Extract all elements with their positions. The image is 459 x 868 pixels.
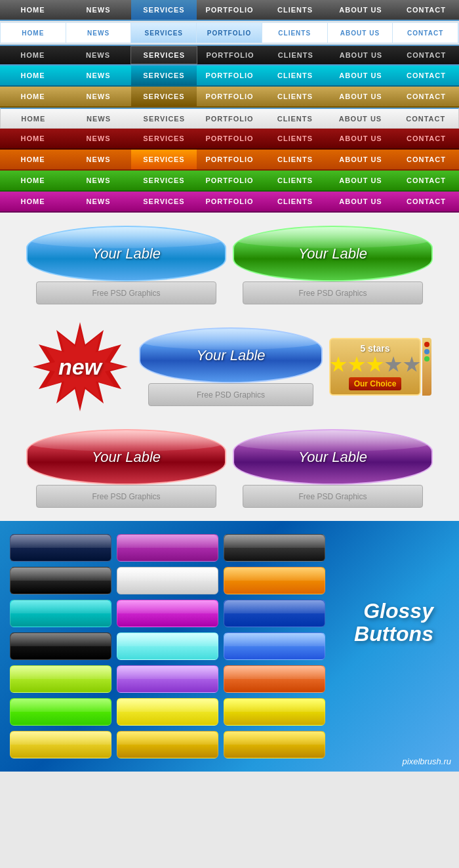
nav1-news[interactable]: NEWS xyxy=(66,0,131,20)
nav8-services[interactable]: SERVICES xyxy=(131,150,197,169)
nav5-contact[interactable]: CONTACT xyxy=(393,87,459,106)
nav2-about[interactable]: ABOUT US xyxy=(328,23,393,43)
nav10-contact[interactable]: CONTACT xyxy=(393,192,459,211)
nav2-portfolio[interactable]: PORTFOLIO xyxy=(197,23,262,43)
glossy-btn-dark2[interactable] xyxy=(10,632,111,660)
nav3-home[interactable]: HOME xyxy=(0,46,66,64)
nav8-portfolio[interactable]: PORTFOLIO xyxy=(197,150,262,169)
nav2-clients[interactable]: CLIENTS xyxy=(262,23,328,43)
glossy-btn-bright-green[interactable] xyxy=(10,698,111,726)
nav1-services[interactable]: SERVICES xyxy=(131,0,197,20)
nav8-clients[interactable]: CLIENTS xyxy=(262,150,328,169)
nav2-contact[interactable]: CONTACT xyxy=(393,23,458,43)
badge-red[interactable]: Your Lable Free PSD Graphics xyxy=(26,429,226,508)
nav5-news[interactable]: NEWS xyxy=(66,87,131,106)
nav6-about[interactable]: ABOUT US xyxy=(328,109,393,128)
nav5-services[interactable]: SERVICES xyxy=(131,87,197,106)
glossy-btn-lt-cyan[interactable] xyxy=(117,632,218,660)
glossy-btn-yellow3[interactable] xyxy=(10,731,111,758)
badge-blue-top: Your Lable xyxy=(26,226,226,281)
nav10-clients[interactable]: CLIENTS xyxy=(262,192,328,211)
nav9-home[interactable]: HOME xyxy=(0,171,66,190)
nav10-news[interactable]: NEWS xyxy=(66,192,131,211)
nav10-services[interactable]: SERVICES xyxy=(131,192,197,211)
nav6-clients[interactable]: CLIENTS xyxy=(262,109,328,128)
nav9-contact[interactable]: CONTACT xyxy=(393,171,459,190)
glossy-btn-yellow[interactable] xyxy=(117,698,218,726)
nav3-news[interactable]: NEWS xyxy=(66,46,131,64)
nav3-about[interactable]: ABOUT US xyxy=(329,46,394,64)
glossy-btn-dark-blue[interactable] xyxy=(10,534,111,562)
nav2-home[interactable]: HOME xyxy=(1,23,66,43)
nav4-portfolio[interactable]: PORTFOLIO xyxy=(197,66,262,85)
badge-blue-label: Your Lable xyxy=(92,245,161,262)
nav3-clients[interactable]: CLIENTS xyxy=(263,46,329,64)
badge-midblue[interactable]: Your Lable Free PSD Graphics xyxy=(139,327,323,406)
glossy-btn-cyan[interactable] xyxy=(10,600,111,627)
nav4-contact[interactable]: CONTACT xyxy=(393,66,459,85)
nav7-about[interactable]: ABOUT US xyxy=(328,129,393,148)
nav6-contact[interactable]: CONTACT xyxy=(393,109,458,128)
nav1-portfolio[interactable]: PORTFOLIO xyxy=(197,0,262,20)
nav4-services[interactable]: SERVICES xyxy=(131,66,197,85)
buttons-section: Your Lable Free PSD Graphics Your Lable … xyxy=(0,213,459,521)
glossy-btn-black[interactable] xyxy=(10,567,111,594)
glossy-btn-yellow4b[interactable] xyxy=(224,731,325,758)
nav7-contact[interactable]: CONTACT xyxy=(393,129,459,148)
nav4-home[interactable]: HOME xyxy=(0,66,66,85)
glossy-btn-yellow-green[interactable] xyxy=(10,665,111,693)
nav3-portfolio[interactable]: PORTFOLIO xyxy=(197,46,263,64)
nav10-about[interactable]: ABOUT US xyxy=(328,192,393,211)
glossy-btn-orange[interactable] xyxy=(224,567,325,594)
nav1-contact[interactable]: CONTACT xyxy=(393,0,459,20)
nav4-about[interactable]: ABOUT US xyxy=(328,66,393,85)
nav5-clients[interactable]: CLIENTS xyxy=(262,87,328,106)
nav3-services[interactable]: SERVICES xyxy=(130,46,197,64)
nav2-news[interactable]: NEWS xyxy=(66,23,132,43)
glossy-btn-lt-purple[interactable] xyxy=(117,665,218,693)
nav4-news[interactable]: NEWS xyxy=(66,66,131,85)
glossy-btn-yellow4a[interactable] xyxy=(117,731,218,758)
nav8-about[interactable]: ABOUT US xyxy=(328,150,393,169)
nav8-contact[interactable]: CONTACT xyxy=(393,150,459,169)
nav7-news[interactable]: NEWS xyxy=(66,129,131,148)
badge-purple[interactable]: Your Lable Free PSD Graphics xyxy=(233,429,433,508)
nav1-clients[interactable]: CLIENTS xyxy=(262,0,328,20)
glossy-btn-pink-purple[interactable] xyxy=(117,600,218,627)
nav8-news[interactable]: NEWS xyxy=(66,150,131,169)
badge-green[interactable]: Your Lable Free PSD Graphics xyxy=(233,226,433,304)
glossy-btn-orange2[interactable] xyxy=(224,665,325,693)
glossy-btn-dark-gray[interactable] xyxy=(224,534,325,562)
nav6-services[interactable]: SERVICES xyxy=(131,109,197,128)
nav6-home[interactable]: HOME xyxy=(1,109,66,128)
nav7-portfolio[interactable]: PORTFOLIO xyxy=(197,129,262,148)
nav9-news[interactable]: NEWS xyxy=(66,171,131,190)
nav6-news[interactable]: NEWS xyxy=(66,109,132,128)
nav5-home[interactable]: HOME xyxy=(0,87,66,106)
glossy-btn-lt-blue[interactable] xyxy=(224,632,325,660)
glossy-btn-blue2[interactable] xyxy=(224,600,325,627)
nav9-about[interactable]: ABOUT US xyxy=(328,171,393,190)
glossy-btn-purple[interactable] xyxy=(117,534,218,562)
nav4-clients[interactable]: CLIENTS xyxy=(262,66,328,85)
nav9-clients[interactable]: CLIENTS xyxy=(262,171,328,190)
nav5-portfolio[interactable]: PORTFOLIO xyxy=(197,87,262,106)
nav7-home[interactable]: HOME xyxy=(0,129,66,148)
nav6-portfolio[interactable]: PORTFOLIO xyxy=(197,109,262,128)
nav1-about[interactable]: ABOUT US xyxy=(328,0,393,20)
nav7-clients[interactable]: CLIENTS xyxy=(262,129,328,148)
nav10-portfolio[interactable]: PORTFOLIO xyxy=(197,192,262,211)
nav3-contact[interactable]: CONTACT xyxy=(393,46,459,64)
nav9-portfolio[interactable]: PORTFOLIO xyxy=(197,171,262,190)
glossy-btn-yellow2[interactable] xyxy=(224,698,325,726)
nav1-home[interactable]: HOME xyxy=(0,0,66,20)
nav8-home[interactable]: HOME xyxy=(0,150,66,169)
nav7-services[interactable]: SERVICES xyxy=(131,129,197,148)
nav9-services[interactable]: SERVICES xyxy=(131,171,197,190)
nav10-home[interactable]: HOME xyxy=(0,192,66,211)
nav5-about[interactable]: ABOUT US xyxy=(328,87,393,106)
badge-blue[interactable]: Your Lable Free PSD Graphics xyxy=(26,226,226,304)
glossy-btn-white[interactable] xyxy=(117,567,218,594)
nav2-services[interactable]: SERVICES xyxy=(131,23,197,43)
badge-purple-sub: Free PSD Graphics xyxy=(243,485,423,508)
